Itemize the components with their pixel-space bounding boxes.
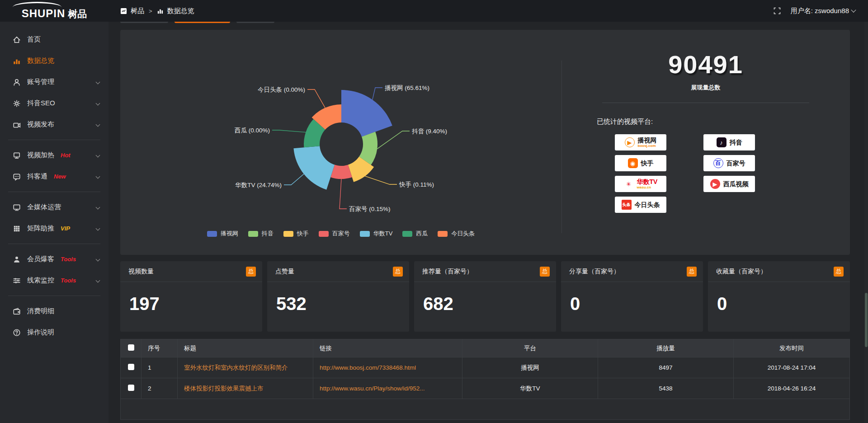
platform-badge-百家号[interactable]: 百百家号	[703, 155, 755, 171]
百家号-logo-icon: 百	[713, 158, 723, 168]
legend-item-百家号[interactable]: 百家号	[319, 230, 350, 238]
华数TV-logo-icon: ✳	[624, 179, 634, 189]
legend-label: 快手	[297, 230, 309, 238]
platforms-label: 已统计的视频平台:	[597, 118, 850, 126]
slice-label-播视网: 播视网 (65.61%)	[385, 85, 429, 91]
legend-item-快手[interactable]: 快手	[283, 230, 309, 238]
label-line-华数TV	[284, 174, 304, 185]
sidebar-item-heat[interactable]: 视频加热Hot	[0, 145, 108, 166]
sidebar-item-member[interactable]: 会员爆客Tools	[0, 249, 108, 270]
legend-label: 西瓜	[416, 230, 428, 238]
platform-name-wrap: 西瓜视频	[723, 181, 749, 187]
row-checkbox[interactable]	[128, 364, 134, 370]
legend-label: 今日头条	[451, 230, 475, 238]
platform-name: 快手	[641, 160, 654, 166]
platform-badge-播视网[interactable]: ▶播视网boosj.com	[615, 134, 666, 150]
app-logo[interactable]: SHUPIN 树品	[0, 0, 108, 22]
sidebar-item-wallet[interactable]: 消费明细	[0, 301, 108, 322]
stat-card-header: 分享量（百家号）总	[561, 261, 703, 282]
platform-badge-西瓜视频[interactable]: ▶西瓜视频	[703, 176, 755, 192]
platform-badge-华数TV[interactable]: ✳华数TVwasu.cn	[615, 176, 666, 192]
cell-no: 1	[142, 357, 178, 378]
legend-item-今日头条[interactable]: 今日头条	[438, 230, 475, 238]
sidebar-item-sliders[interactable]: 线索监控Tools	[0, 270, 108, 291]
platform-name: 抖音	[730, 139, 742, 146]
page-scrollbar[interactable]	[864, 22, 868, 423]
total-badge[interactable]: 总	[687, 267, 697, 277]
help-icon	[13, 329, 21, 337]
sidebar-item-gear[interactable]: 抖音SEO	[0, 93, 108, 114]
sidebar-item-grid[interactable]: 矩阵助推VIP	[0, 218, 108, 239]
total-badge[interactable]: 总	[834, 267, 844, 277]
西瓜视频-logo-icon: ▶	[710, 179, 720, 189]
slice-label-今日头条: 今日头条 (0.00%)	[258, 86, 305, 93]
top-header: SHUPIN 树品 树品 > 数据总览 用户名: zswodun88	[0, 0, 868, 22]
header-right: 用户名: zswodun88	[774, 7, 868, 15]
stat-card-3: 推荐量（百家号）总682	[414, 261, 556, 332]
total-impressions-value: 90491	[561, 50, 850, 79]
cell-no: 2	[142, 378, 178, 399]
sidebar-item-label: 视频发布	[27, 120, 54, 129]
legend-item-抖音[interactable]: 抖音	[248, 230, 274, 238]
legend-item-华数TV[interactable]: 华数TV	[360, 230, 393, 238]
sidebar-item-home[interactable]: 首页	[0, 29, 108, 50]
total-badge[interactable]: 总	[540, 267, 550, 277]
platform-name-wrap: 抖音	[730, 139, 742, 146]
cell-link[interactable]: http://www.wasu.cn/Play/show/id/952...	[313, 378, 462, 399]
stat-card-value: 0	[561, 282, 703, 314]
platform-name-wrap: 快手	[641, 160, 654, 166]
col-header-5: 播放量	[598, 339, 734, 357]
sidebar-item-help[interactable]: 操作说明	[0, 322, 108, 343]
row-checkbox-cell	[121, 357, 142, 378]
cell-link[interactable]: http://www.boosj.com/7338468.html	[313, 357, 462, 378]
platform-name-wrap: 今日头条	[635, 202, 660, 208]
stat-card-2: 点赞量总532	[267, 261, 409, 332]
stat-cards-row: 视频数量总197点赞量总532推荐量（百家号）总682分享量（百家号）总0收藏量…	[120, 261, 850, 332]
cell-title[interactable]: 楼体投影灯投影效果震撼上市	[178, 378, 313, 399]
scrollbar-thumb[interactable]	[865, 293, 868, 347]
sidebar-item-publish[interactable]: 视频发布	[0, 114, 108, 135]
sliders-icon	[13, 277, 21, 285]
legend-item-西瓜[interactable]: 西瓜	[402, 230, 428, 238]
total-badge[interactable]: 总	[393, 267, 403, 277]
slice-label-抖音: 抖音 (9.40%)	[412, 128, 447, 135]
platform-column-2: ♪抖音百百家号▶西瓜视频	[703, 134, 755, 213]
logo-text-cn: 树品	[68, 9, 87, 19]
chart-icon	[13, 57, 21, 65]
sidebar-item-label: 账号管理	[27, 78, 54, 86]
cell-title[interactable]: 室外水纹灯和室内水纹灯的区别和简介	[178, 357, 313, 378]
fullscreen-icon[interactable]	[774, 7, 781, 14]
platform-badge-快手[interactable]: ◉快手	[615, 155, 666, 171]
slice-label-西瓜: 西瓜 (0.00%)	[235, 127, 270, 134]
stat-card-header: 视频数量总	[120, 261, 262, 282]
platform-share-rose-chart[interactable]: 播视网 (65.61%)抖音 (9.40%)快手 (0.11%)百家号 (0.1…	[120, 30, 561, 255]
stat-card-header: 推荐量（百家号）总	[414, 261, 556, 282]
chevron-down-icon	[96, 101, 100, 106]
user-icon	[13, 78, 21, 86]
platform-badge-抖音[interactable]: ♪抖音	[703, 134, 755, 150]
row-checkbox[interactable]	[128, 385, 134, 391]
legend-item-播视网[interactable]: 播视网	[207, 230, 238, 238]
total-badge[interactable]: 总	[246, 267, 256, 277]
cell-plays: 5438	[598, 378, 734, 399]
label-line-快手	[365, 176, 397, 184]
select-all-checkbox[interactable]	[128, 344, 134, 351]
sidebar-item-monitor[interactable]: 全媒体运营	[0, 197, 108, 218]
stat-card-label: 分享量（百家号）	[569, 268, 620, 276]
sidebar-item-label: 抖音SEO	[27, 99, 55, 108]
legend-label: 华数TV	[373, 230, 393, 238]
videos-table-wrap: 序号标题链接平台播放量发布时间 1室外水纹灯和室内水纹灯的区别和简介http:/…	[120, 339, 850, 420]
cell-platform: 播视网	[462, 357, 598, 378]
sidebar-item-user[interactable]: 账号管理	[0, 71, 108, 93]
stat-card-value: 0	[708, 282, 850, 314]
label-line-抖音	[377, 131, 410, 149]
platform-name-wrap: 百家号	[726, 160, 745, 166]
sidebar-item-chat[interactable]: 抖客通New	[0, 166, 108, 187]
user-menu[interactable]: 用户名: zswodun88	[791, 7, 855, 15]
videos-table: 序号标题链接平台播放量发布时间 1室外水纹灯和室内水纹灯的区别和简介http:/…	[120, 339, 850, 420]
platform-badge-今日头条[interactable]: 头条今日头条	[615, 197, 666, 213]
breadcrumb-root[interactable]: 树品	[131, 7, 144, 15]
sidebar-item-chart[interactable]: 数据总览	[0, 50, 108, 71]
home-icon	[13, 36, 21, 44]
platform-name: 西瓜视频	[723, 181, 749, 187]
